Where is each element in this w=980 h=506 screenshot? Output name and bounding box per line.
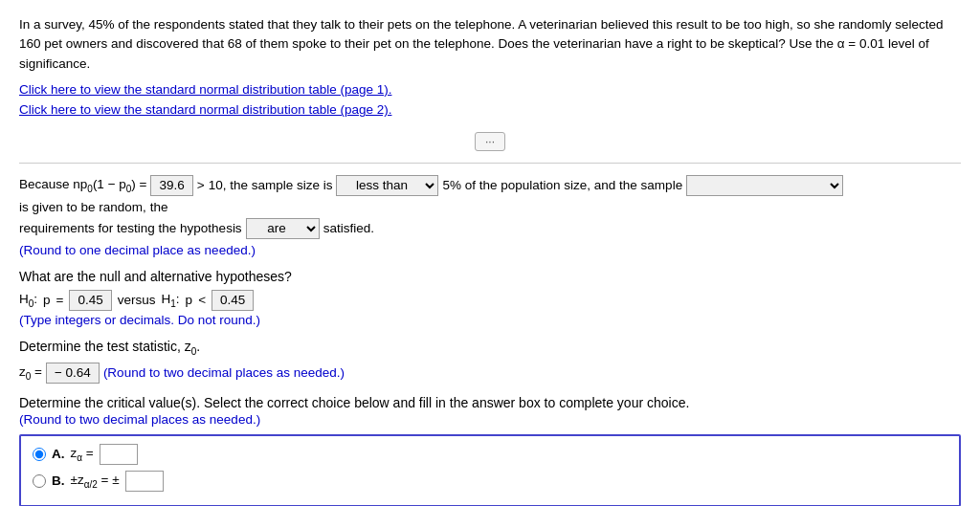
option-b-input[interactable] [125,471,164,492]
z0-value: − 0.64 [46,363,100,384]
hypotheses-section: What are the null and alternative hypoth… [19,269,961,327]
z0-row: z0 = − 0.64 (Round to two decimal places… [19,363,961,384]
option-a-input[interactable] [100,444,138,465]
divider [19,163,961,164]
answer-box: A. zα = B. ±zα/2 = ± [19,434,961,506]
satisfied-text: satisfied. [323,221,374,235]
option-a-row: A. zα = [33,444,947,465]
expand-button[interactable]: ··· [475,132,505,151]
option-b-radio[interactable] [33,474,46,488]
crit-title: Determine the critical value(s). Select … [19,395,961,410]
main-container: In a survey, 45% of the respondents stat… [0,0,980,506]
critical-value-section: Determine the critical value(s). Select … [19,395,961,506]
h1-label: H1: [162,292,180,309]
test-stat-section: Determine the test statistic, z0. z0 = −… [19,339,961,384]
round-note-1: (Round to one decimal place as needed.) [19,243,961,257]
expand-area: ··· [19,132,961,151]
less-than-dropdown[interactable]: less than greater than [336,175,438,196]
round-note-2: (Round to two decimal places as needed.) [103,365,345,380]
test-stat-title: Determine the test statistic, z0. [19,339,961,357]
option-b-label: B. [52,473,65,488]
is-given-text: is given to be random, [19,200,146,214]
z0-label: z0 = [19,364,42,382]
np0-value: 39.6 [150,175,192,196]
h1-value: 0.45 [212,290,254,311]
sample-dropdown[interactable]: is given to be random [686,175,843,196]
val-10: 10, the sample size is [209,178,333,192]
h1-var: p [186,293,193,307]
because-text: Because np0(1 − p0) = [19,177,146,194]
hypothesis-row: H0: p = 0.45 versus H1: p < 0.45 [19,290,961,311]
condition-row: Because np0(1 − p0) = 39.6 > 10, the sam… [19,175,961,214]
condition-section: Because np0(1 − p0) = 39.6 > 10, the sam… [19,175,961,257]
requirements-row: requirements for testing the hypothesis … [19,218,961,239]
hypotheses-title: What are the null and alternative hypoth… [19,269,961,284]
problem-section: In a survey, 45% of the respondents stat… [19,15,961,121]
link-page1[interactable]: Click here to view the standard normal d… [19,79,961,100]
crit-note: (Round to two decimal places as needed.) [19,412,961,427]
h0-eq: = [56,293,64,307]
h0-label: H0: [19,292,37,309]
h0-var: p [43,293,51,307]
pct-text: 5% of the population size, and the sampl… [442,178,682,192]
h0-value: 0.45 [69,290,111,311]
are-dropdown[interactable]: are are not [246,218,320,239]
option-a-label: A. [52,447,65,461]
gt-symbol: > [197,178,205,192]
option-b-text: ±zα/2 = ± [71,473,120,490]
link-page2[interactable]: Click here to view the standard normal d… [19,99,961,121]
req-text: requirements for testing the hypothesis [19,221,242,235]
option-a-text: zα = [71,446,94,463]
option-b-row: B. ±zα/2 = ± [33,471,947,492]
the-text: the [150,200,168,214]
option-a-radio[interactable] [33,448,46,461]
problem-text: In a survey, 45% of the respondents stat… [19,15,961,74]
versus-text: versus [118,293,156,307]
hyp-note: (Type integers or decimals. Do not round… [19,313,961,327]
h1-lt: < [198,293,206,307]
